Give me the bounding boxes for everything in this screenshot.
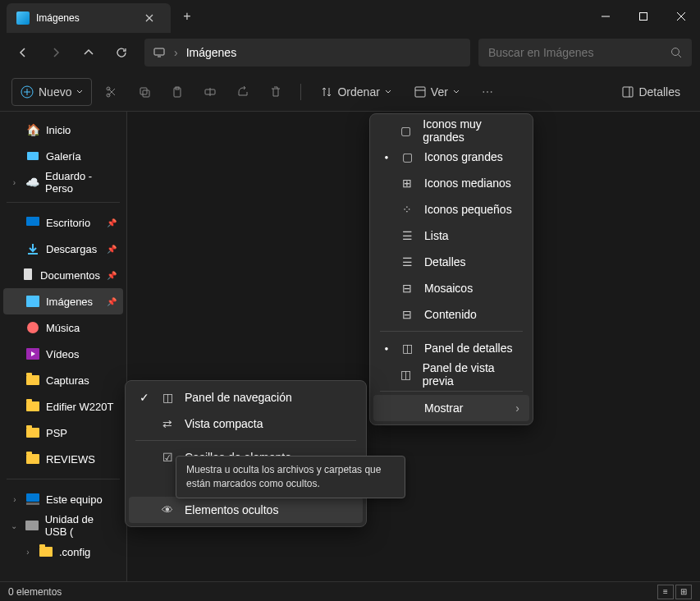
svg-rect-13 [27,152,39,160]
sidebar-pictures[interactable]: Imágenes📌 [3,288,123,314]
rename-icon [204,85,217,99]
svg-rect-21 [25,521,39,530]
menu-details-pane[interactable]: ●◫Panel de detalles [373,335,529,361]
gallery-icon [26,149,39,163]
thumb-view-toggle[interactable]: ⊞ [675,585,692,599]
more-button[interactable]: ⋯ [474,79,501,105]
sidebar-gallery[interactable]: Galería [3,143,123,169]
music-icon [26,321,39,334]
sidebar-folder-psp[interactable]: PSP [3,420,123,446]
menu-tiles[interactable]: ⊟Mosaicos [373,275,529,301]
back-button[interactable] [8,38,38,67]
list-icon: ☰ [400,229,414,242]
sidebar-downloads[interactable]: Descargas📌 [3,236,123,262]
minimize-button[interactable] [587,3,625,30]
address-bar[interactable]: › Imágenes [144,39,470,67]
cloud-icon: ☁️ [25,176,39,189]
breadcrumb-current[interactable]: Imágenes [186,46,236,59]
search-icon [670,47,682,58]
close-window-button[interactable] [662,3,700,30]
search-input[interactable] [488,46,664,59]
up-button[interactable] [74,38,103,67]
svg-rect-1 [154,48,164,55]
folder-icon [26,452,39,466]
nav-pane-icon: ◫ [160,391,175,404]
menu-large-icons[interactable]: ●▢Iconos grandes [373,144,529,170]
sidebar-onedrive[interactable]: › ☁️ Eduardo - Perso [3,169,123,195]
collapse-icon[interactable]: ⌄ [10,521,19,530]
chevron-down-icon [453,89,460,95]
sidebar-this-pc[interactable]: ›Este equipo [3,486,123,512]
svg-rect-12 [623,87,633,97]
maximize-icon [639,12,647,21]
menu-details[interactable]: ☰Detalles [373,249,529,275]
svg-rect-7 [143,90,149,97]
expand-icon[interactable]: › [10,495,20,504]
window-tab[interactable]: Imágenes [7,3,171,33]
details-pane-button[interactable]: Detalles [614,78,689,106]
details-icon: ☰ [400,255,414,268]
sidebar-music[interactable]: Música [3,314,123,341]
pictures-icon [16,11,30,25]
sidebar-folder-edifier[interactable]: Edifier W220T [3,393,123,420]
chevron-right-icon: › [515,401,519,415]
checkbox-icon: ☑ [160,451,175,464]
expand-icon[interactable]: › [10,178,19,187]
menu-hidden-items[interactable]: 👁Elementos ocultos [129,497,363,523]
sidebar-folder-config[interactable]: ›.config [3,539,123,565]
document-icon [22,268,34,282]
sidebar-desktop[interactable]: Escritorio📌 [3,209,123,236]
sidebar-folder-capturas[interactable]: Capturas [3,367,123,393]
plus-circle-icon [21,85,34,99]
svg-point-2 [672,48,679,56]
svg-rect-14 [26,217,39,226]
folder-icon [26,374,39,387]
sidebar-usb[interactable]: ⌄Unidad de USB ( [3,512,123,539]
menu-compact-view[interactable]: ⇄Vista compacta [129,411,363,437]
menu-medium-icons[interactable]: ⊞Iconos medianos [373,170,529,196]
close-icon [145,14,153,22]
delete-button[interactable] [263,79,289,105]
video-icon [26,347,39,360]
arrow-left-icon [16,46,30,59]
view-button[interactable]: Ver [406,78,468,106]
svg-rect-20 [26,502,39,505]
chevron-down-icon [76,89,83,95]
menu-preview-pane[interactable]: ◫Panel de vista previa [373,361,529,388]
pin-icon: 📌 [107,271,117,280]
new-tab-button[interactable]: + [171,0,204,33]
svg-rect-0 [640,13,647,21]
paste-button[interactable] [164,79,190,105]
sidebar-videos[interactable]: Vídeos [3,341,123,367]
sort-button[interactable]: Ordenar [313,78,399,106]
copy-button[interactable] [131,79,158,105]
sidebar-documents[interactable]: Documentos📌 [3,262,123,288]
menu-small-icons[interactable]: ⁘Iconos pequeños [373,196,529,223]
forward-button[interactable] [41,38,71,67]
svg-rect-16 [26,296,39,307]
details-view-toggle[interactable]: ≡ [657,585,674,599]
tab-close-button[interactable] [138,7,161,30]
search-box[interactable] [478,39,692,67]
menu-extra-large-icons[interactable]: ▢Iconos muy grandes [373,117,529,144]
sidebar-folder-reviews[interactable]: REVIEWS [3,446,123,472]
content-icon: ⊟ [400,308,414,321]
rename-button[interactable] [197,79,223,105]
desktop-icon [26,216,39,229]
arrow-up-icon [82,46,95,59]
svg-point-17 [27,322,39,333]
menu-nav-pane[interactable]: ✓◫Panel de navegación [129,384,363,411]
menu-content[interactable]: ⊟Contenido [373,301,529,328]
refresh-button[interactable] [107,38,136,67]
maximize-button[interactable] [625,3,662,30]
expand-icon[interactable]: › [23,548,33,557]
navigation-sidebar: 🏠 Inicio Galería › ☁️ Eduardo - Perso Es… [0,112,127,581]
cut-button[interactable] [98,79,125,105]
new-button[interactable]: Nuevo [11,78,92,106]
usb-icon [25,519,39,532]
menu-list[interactable]: ☰Lista [373,223,529,249]
minimize-icon [602,12,610,21]
share-button[interactable] [230,79,256,105]
menu-show[interactable]: Mostrar› [373,395,529,421]
sidebar-home[interactable]: 🏠 Inicio [3,117,123,143]
